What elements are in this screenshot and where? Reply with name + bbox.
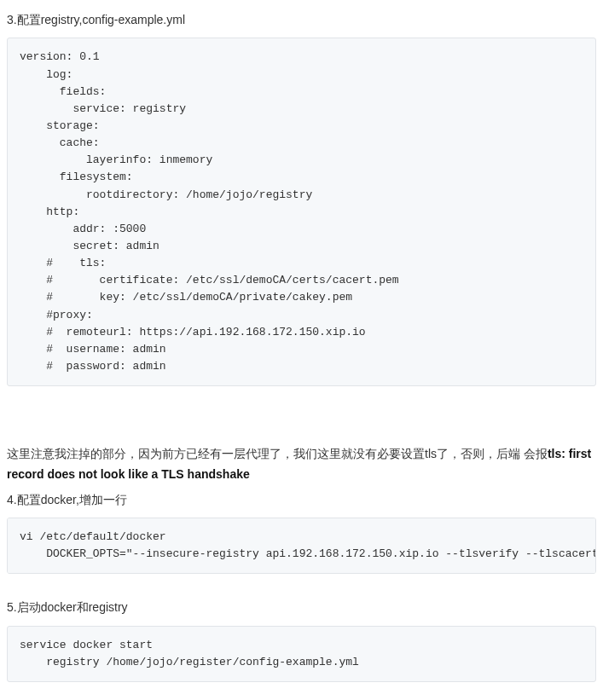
code-block-start-services: service docker start registry /home/jojo… [7, 626, 596, 682]
spacer [7, 403, 596, 429]
code-block-registry-config: version: 0.1 log: fields: service: regis… [7, 38, 596, 386]
code-block-docker-config: vi /etc/default/docker DOCKER_OPTS="--in… [7, 518, 596, 574]
document-page: 3.配置registry,config-example.yml version:… [0, 0, 603, 700]
tls-note-paragraph: 这里注意我注掉的部分，因为前方已经有一层代理了，我们这里就没有必要设置tls了，… [7, 444, 596, 485]
section-4-title: 4.配置docker,增加一行 [7, 490, 596, 509]
tls-note-text: 这里注意我注掉的部分，因为前方已经有一层代理了，我们这里就没有必要设置tls了，… [7, 447, 548, 460]
section-3-title: 3.配置registry,config-example.yml [7, 10, 596, 29]
section-5-title: 5.启动docker和registry [7, 598, 596, 616]
